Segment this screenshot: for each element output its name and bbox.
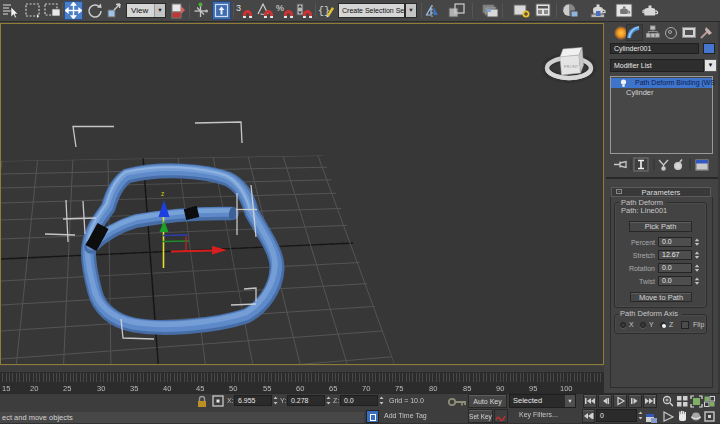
svg-text:%: % [276, 3, 284, 13]
svg-text:FRONT: FRONT [564, 64, 579, 69]
svg-text:z: z [161, 190, 164, 197]
svg-text:3: 3 [236, 3, 241, 13]
